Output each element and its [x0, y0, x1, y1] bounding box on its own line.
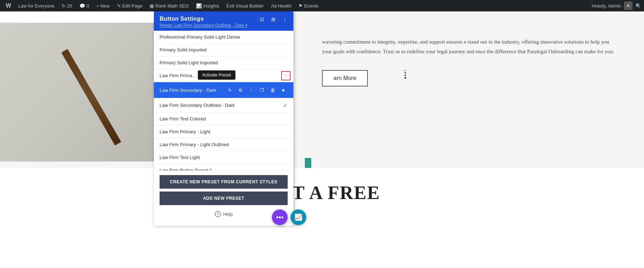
edit-page-toolbar — [0, 11, 154, 23]
wordpress-logo[interactable]: W — [3, 0, 14, 11]
more-options-icon: ••• — [276, 213, 283, 222]
preset-item-label: Primary Solid Light imported — [160, 60, 218, 65]
preset-list: Professional Primary Solid Light Dense P… — [154, 31, 293, 170]
preset-item-professional-primary[interactable]: Professional Primary Solid Light Dense — [154, 31, 293, 44]
rank-math-icon: ▦ — [150, 3, 154, 9]
comments-count[interactable]: 💬 0 — [77, 0, 92, 11]
edit-page-button[interactable]: ✎ Edit Page — [114, 0, 145, 11]
preset-item-law-firm-primary-light-outlined[interactable]: Law Firm Primary - Light Outlined — [154, 138, 293, 151]
admin-bar: W Law for Everyone ↻ 20 💬 0 + New ✎ Edit… — [0, 0, 644, 11]
preset-item-actions: ✎ ⚙ ↑ ❐ 🗑 ★ — [225, 86, 288, 94]
refresh-icon: ↻ — [62, 3, 65, 9]
pencil-image-area — [0, 11, 154, 162]
pencil-decoration — [61, 49, 121, 145]
preset-settings-icon[interactable]: ⚙ — [236, 86, 245, 94]
preset-export-icon[interactable]: ↑ — [247, 86, 255, 94]
preset-item-law-firm-text-light[interactable]: Law Firm Text Light — [154, 151, 293, 164]
preset-check-icon: ✓ — [283, 102, 288, 109]
panel-subtitle: Preset: Law Firm Secondary Outlined - Da… — [160, 23, 288, 28]
panel-window-icon[interactable]: ⊡ — [258, 15, 266, 24]
comment-icon: 💬 — [79, 3, 85, 9]
updates-count[interactable]: ↻ 20 — [59, 0, 75, 11]
right-text-area: wavering commitment to integrity, expert… — [301, 23, 644, 84]
chart-icon: 📈 — [294, 213, 302, 221]
star-favorite-button[interactable]: ☆ — [281, 71, 291, 80]
preset-item-label: Professional Primary Solid Light Dense — [160, 34, 240, 40]
new-item-button[interactable]: + New — [93, 0, 113, 11]
preset-item-label: Primary Solid imported — [160, 47, 207, 53]
wordpress-icon: W — [6, 3, 11, 9]
preset-item-label: Law Firm Text Colored — [160, 116, 206, 121]
button-settings-panel: Button Settings Preset: Law Firm Seconda… — [154, 11, 293, 226]
preset-copy-icon[interactable]: ❐ — [258, 86, 266, 94]
rank-math-button[interactable]: ▦ Rank Math SEO — [147, 0, 192, 11]
events-icon: ⚑ — [298, 3, 303, 9]
page-content: wavering commitment to integrity, expert… — [0, 11, 644, 268]
admin-bar-right: Howdy, Admin A 🔍 — [592, 1, 641, 10]
panel-menu-icon[interactable]: ⋮ — [280, 15, 289, 24]
preset-item-law-firm-prima[interactable]: Law Firm Prima… ☆ — [154, 69, 293, 82]
create-new-preset-button[interactable]: CREATE NEW PRESET FROM CURRENT STYLES — [160, 175, 288, 189]
preset-item-law-firm-text-colored[interactable]: Law Firm Text Colored — [154, 113, 293, 125]
insights-icon: 📊 — [196, 3, 202, 9]
ad-health-button[interactable]: Ad Health — [268, 0, 294, 11]
preset-item-law-firm-button-preset-1[interactable]: Law Firm Button Preset 1 — [154, 164, 293, 170]
site-name[interactable]: Law for Everyone — [15, 0, 57, 11]
preset-item-law-firm-primary-light[interactable]: Law Firm Primary - Light — [154, 125, 293, 138]
preset-edit-icon[interactable]: ✎ — [225, 86, 234, 94]
preset-item-law-firm-secondary-outlined-dark[interactable]: Law Firm Secondary Outlined - Dark ✓ — [154, 98, 293, 113]
star-outline-icon: ☆ — [284, 73, 288, 79]
learn-more-context-menu[interactable]: • • • — [401, 69, 409, 77]
exit-visual-builder-button[interactable]: Exit Visual Builder — [224, 0, 267, 11]
preset-star-icon[interactable]: ★ — [279, 86, 288, 94]
search-icon[interactable]: 🔍 — [635, 3, 641, 9]
body-text: wavering commitment to integrity, expert… — [322, 37, 615, 56]
insights-button[interactable]: 📊 Insights — [193, 0, 222, 11]
preset-item-primary-solid-light-imported[interactable]: Primary Solid Light imported — [154, 56, 293, 69]
bottom-section: GET A FREE — [0, 168, 644, 268]
preset-item-label: Law Firm Secondary - Dark — [160, 88, 216, 93]
help-icon: ? — [215, 211, 221, 217]
fab-purple-button[interactable]: ••• — [272, 209, 288, 225]
avatar-icon: A — [624, 1, 633, 10]
panel-header: Button Settings Preset: Law Firm Seconda… — [154, 11, 293, 31]
plus-icon: + — [96, 3, 99, 9]
preset-current-name[interactable]: Law Firm Secondary Outlined - Dark ▾ — [174, 23, 247, 28]
preset-item-label: Law Firm Secondary Outlined - Dark — [160, 103, 235, 108]
events-button[interactable]: ⚑ Events — [296, 0, 321, 11]
preset-label: Preset: — [160, 23, 174, 28]
help-link[interactable]: ? Help — [160, 208, 288, 220]
preset-item-law-firm-secondary-dark[interactable]: Law Firm Secondary - Dark ✎ ⚙ ↑ ❐ 🗑 ★ — [154, 82, 293, 98]
preset-item-label: Law Firm Button Preset 1 — [160, 168, 212, 170]
panel-header-icons: ⊡ ⊞ ⋮ — [258, 15, 289, 24]
preset-item-label: Law Firm Primary - Light — [160, 129, 210, 134]
preset-item-label: Law Firm Prima… — [160, 73, 197, 78]
fab-teal-button[interactable]: 📈 — [291, 209, 306, 225]
preset-item-primary-solid-imported[interactable]: Primary Solid imported — [154, 44, 293, 56]
add-new-preset-button[interactable]: ADD NEW PRESET — [160, 192, 288, 205]
preset-item-label: Law Firm Primary - Light Outlined — [160, 142, 229, 147]
edit-icon: ✎ — [117, 3, 121, 9]
preset-item-label: Law Firm Text Light — [160, 155, 200, 160]
preset-delete-icon[interactable]: 🗑 — [268, 86, 277, 94]
learn-more-button[interactable]: arn More — [322, 70, 368, 86]
panel-expand-icon[interactable]: ⊞ — [269, 15, 278, 24]
